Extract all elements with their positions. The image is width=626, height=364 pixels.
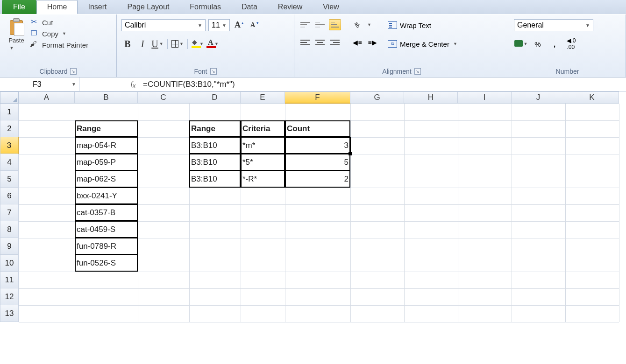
column-header[interactable]: C — [138, 91, 189, 104]
number-format-combo[interactable]: General▼ — [514, 19, 593, 31]
underline-button[interactable]: U▼ — [151, 38, 164, 50]
column-header[interactable]: K — [565, 91, 619, 104]
group-alignment: ▼ ◀≡ ≡▶ Wrap Text Merge & Center▼ — [294, 14, 509, 77]
cell[interactable]: B3:B10 — [189, 137, 241, 154]
cell[interactable]: Count — [285, 120, 350, 137]
cell[interactable]: fun-0526-S — [75, 255, 138, 272]
cell[interactable]: fun-0789-R — [75, 238, 138, 255]
name-box[interactable]: F3 ▼ — [0, 77, 79, 91]
percent-button[interactable]: % — [531, 38, 545, 50]
chevron-down-icon: ▼ — [585, 23, 590, 28]
row-header[interactable]: 5 — [0, 171, 19, 188]
spreadsheet-grid[interactable]: ABCDEFGHIJK 12345678910111213 Rangemap-0… — [0, 91, 626, 322]
cell[interactable]: *5* — [241, 154, 285, 171]
italic-button[interactable]: I — [136, 38, 149, 50]
column-header[interactable]: A — [19, 91, 75, 104]
cell[interactable]: 2 — [285, 171, 350, 188]
fx-icon[interactable]: fx — [126, 80, 140, 89]
column-header[interactable]: H — [404, 91, 458, 104]
group-number: General▼ ▼ % , ◀.0.00 Number — [509, 14, 626, 77]
column-header[interactable]: J — [512, 91, 565, 104]
tab-page-layout[interactable]: Page Layout — [117, 0, 179, 14]
cell[interactable]: bxx-0241-Y — [75, 188, 138, 204]
row-header[interactable]: 6 — [0, 188, 19, 204]
select-all-corner[interactable] — [0, 91, 19, 104]
cell[interactable]: map-062-S — [75, 171, 138, 188]
increase-decimal-button[interactable]: ◀.0.00 — [564, 38, 578, 50]
row-header[interactable]: 13 — [0, 305, 19, 322]
cell[interactable]: *m* — [241, 137, 285, 154]
align-middle-button[interactable] — [314, 19, 326, 30]
cell[interactable]: *-R* — [241, 171, 285, 188]
row-header[interactable]: 11 — [0, 272, 19, 288]
tab-view[interactable]: View — [313, 0, 349, 14]
cell[interactable]: Criteria — [241, 120, 285, 137]
cell[interactable]: map-054-R — [75, 137, 138, 154]
dialog-launcher-icon[interactable]: ↘ — [210, 68, 217, 75]
fill-color-button[interactable]: ▼ — [192, 38, 204, 50]
paste-label: Paste — [8, 37, 24, 44]
tab-formulas[interactable]: Formulas — [179, 0, 231, 14]
row-header[interactable]: 9 — [0, 238, 19, 255]
cell[interactable]: 5 — [285, 154, 350, 171]
increase-indent-button[interactable]: ≡▶ — [366, 37, 378, 48]
cell[interactable]: B3:B10 — [189, 154, 241, 171]
tab-home[interactable]: Home — [36, 0, 78, 14]
cell[interactable]: Range — [75, 120, 138, 137]
shrink-font-button[interactable]: ▾ — [248, 19, 260, 31]
format-painter-button[interactable]: Format Painter — [31, 41, 88, 49]
orientation-button[interactable] — [351, 19, 363, 30]
comma-button[interactable]: , — [548, 38, 562, 50]
tab-insert[interactable]: Insert — [78, 0, 117, 14]
tab-data[interactable]: Data — [231, 0, 268, 14]
formula-bar-area: F3 ▼ fx =COUNTIF(B3:B10,"*m*") — [0, 77, 626, 91]
merge-center-button[interactable]: Merge & Center▼ — [386, 38, 459, 50]
row-header[interactable]: 8 — [0, 221, 19, 238]
align-center-button[interactable] — [314, 37, 326, 48]
column-header[interactable]: I — [458, 91, 512, 104]
align-top-button[interactable] — [299, 19, 311, 30]
fill-handle[interactable] — [349, 152, 352, 155]
grow-font-button[interactable]: ▴ — [233, 19, 245, 31]
group-label-font: Font — [194, 68, 207, 75]
cut-button[interactable]: Cut — [31, 18, 88, 27]
tab-file[interactable]: File — [2, 0, 36, 14]
align-right-button[interactable] — [329, 37, 341, 48]
dialog-launcher-icon[interactable]: ↘ — [414, 68, 421, 75]
cell[interactable]: cat-0459-S — [75, 221, 138, 238]
column-header[interactable]: B — [75, 91, 138, 104]
border-button[interactable]: ▼ — [171, 38, 184, 50]
font-color-button[interactable]: ▼ — [206, 38, 219, 50]
chevron-down-icon: ▼ — [214, 42, 219, 46]
cell[interactable]: Range — [189, 120, 241, 137]
align-left-button[interactable] — [299, 37, 311, 48]
decrease-indent-button[interactable]: ◀≡ — [351, 37, 363, 48]
formula-bar[interactable]: =COUNTIF(B3:B10,"*m*") — [140, 80, 626, 89]
align-bottom-button[interactable] — [329, 19, 341, 30]
row-header[interactable]: 1 — [0, 104, 19, 120]
dialog-launcher-icon[interactable]: ↘ — [70, 68, 77, 75]
row-header[interactable]: 10 — [0, 255, 19, 272]
column-header[interactable]: F — [285, 91, 350, 104]
copy-button[interactable]: Copy▼ — [31, 29, 88, 38]
row-header[interactable]: 7 — [0, 204, 19, 221]
tab-review[interactable]: Review — [268, 0, 313, 14]
column-header[interactable]: D — [189, 91, 241, 104]
cell[interactable]: B3:B10 — [189, 171, 241, 188]
cell[interactable]: cat-0357-B — [75, 204, 138, 221]
currency-button[interactable]: ▼ — [514, 38, 528, 50]
row-header[interactable]: 12 — [0, 288, 19, 305]
wrap-text-button[interactable]: Wrap Text — [386, 19, 459, 31]
row-header[interactable]: 4 — [0, 154, 19, 171]
paste-button[interactable]: Paste▼ — [5, 16, 28, 51]
font-size-combo[interactable]: 11▼ — [208, 19, 230, 31]
bold-button[interactable]: B — [121, 38, 134, 50]
cell[interactable]: map-059-P — [75, 154, 138, 171]
row-header[interactable]: 2 — [0, 120, 19, 137]
cell-area[interactable]: Rangemap-054-Rmap-059-Pmap-062-Sbxx-0241… — [19, 104, 619, 322]
font-name-combo[interactable]: Calibri▼ — [121, 19, 206, 31]
cell[interactable]: 3 — [285, 137, 350, 154]
column-header[interactable]: G — [350, 91, 404, 104]
column-header[interactable]: E — [241, 91, 285, 104]
row-header[interactable]: 3 — [0, 137, 19, 154]
